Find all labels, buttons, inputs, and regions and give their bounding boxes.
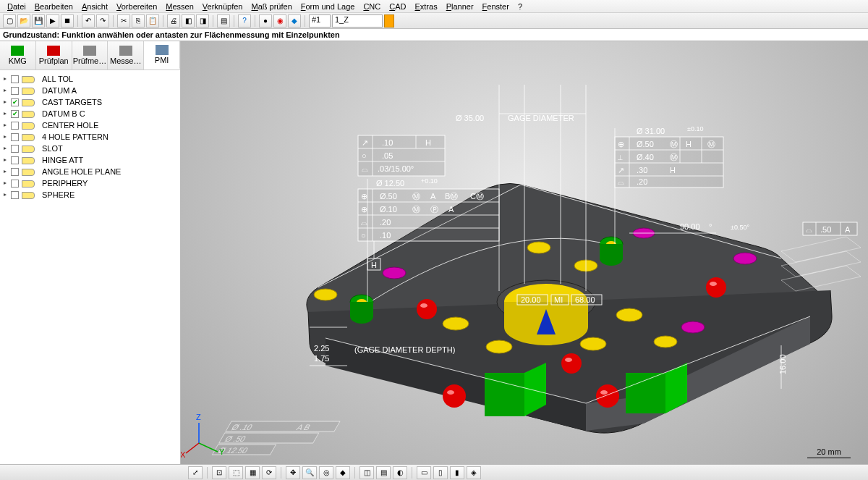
side-tab-messe[interactable]: Messe… bbox=[108, 41, 144, 70]
expander-icon[interactable]: ▸ bbox=[1, 122, 8, 129]
view-probe[interactable]: ◆ bbox=[336, 466, 350, 479]
view-cube[interactable]: ▦ bbox=[245, 466, 260, 479]
checkbox[interactable] bbox=[11, 133, 19, 141]
tb-elem1[interactable]: ◧ bbox=[182, 14, 195, 28]
view-zoom-window[interactable]: ⤢ bbox=[188, 466, 203, 479]
svg-text:Ⓜ: Ⓜ bbox=[670, 140, 678, 148]
tb-finish[interactable]: ⏹ bbox=[61, 14, 74, 28]
tb-probe[interactable]: ● bbox=[259, 14, 272, 28]
menu-bearbeiten[interactable]: Bearbeiten bbox=[30, 1, 77, 12]
svg-text:⌓: ⌓ bbox=[618, 177, 624, 186]
expander-icon[interactable]: ▸ bbox=[1, 180, 8, 187]
tree-row[interactable]: ▸DATUM A bbox=[0, 85, 180, 96]
menu-extras[interactable]: Extras bbox=[410, 1, 441, 12]
checkbox[interactable] bbox=[11, 75, 19, 83]
tab-icon bbox=[119, 46, 132, 56]
tb-cut[interactable]: ✂ bbox=[117, 14, 130, 28]
menu-maß prüfen[interactable]: Maß prüfen bbox=[247, 1, 297, 12]
expander-icon[interactable]: ▸ bbox=[1, 99, 8, 106]
expander-icon[interactable]: ▸ bbox=[1, 76, 8, 83]
tree-row[interactable]: ▸PERIPHERY bbox=[0, 177, 180, 189]
checkbox[interactable] bbox=[11, 191, 19, 199]
menu-planner[interactable]: Planner bbox=[442, 1, 478, 12]
svg-text:⌓: ⌓ bbox=[361, 218, 367, 227]
view-zoom[interactable]: 🔍 bbox=[302, 466, 317, 479]
svg-text:MI: MI bbox=[554, 295, 563, 304]
tree-row[interactable]: ▸4 HOLE PATTERN bbox=[0, 131, 180, 143]
expander-icon[interactable]: ▸ bbox=[1, 169, 8, 175]
tb-new[interactable]: ▢ bbox=[3, 14, 16, 28]
tb-elem2[interactable]: ◨ bbox=[196, 14, 209, 28]
view-layers[interactable]: ▤ bbox=[376, 466, 391, 479]
tb-undo[interactable]: ↶ bbox=[82, 14, 95, 28]
tb-report[interactable]: ▤ bbox=[217, 14, 230, 28]
checkbox[interactable] bbox=[11, 122, 19, 130]
menu-fenster[interactable]: Fenster bbox=[478, 1, 514, 12]
checkbox[interactable]: ✔ bbox=[11, 98, 19, 106]
tb-paste[interactable]: 📋 bbox=[146, 14, 159, 28]
menu-verknüpfen[interactable]: Verknüpfen bbox=[198, 1, 247, 12]
view-front[interactable]: ▯ bbox=[433, 466, 448, 479]
tree-row[interactable]: ▸✔DATUM B C bbox=[0, 108, 180, 119]
menu-cnc[interactable]: CNC bbox=[359, 1, 385, 12]
svg-point-17 bbox=[733, 253, 757, 264]
tree-row[interactable]: ▸SLOT bbox=[0, 143, 180, 154]
coord-dropdown[interactable] bbox=[384, 14, 394, 28]
menu-?[interactable]: ? bbox=[514, 1, 527, 12]
view-persp[interactable]: ◈ bbox=[467, 466, 481, 479]
menu-messen[interactable]: Messen bbox=[161, 1, 198, 12]
expander-icon[interactable]: ▸ bbox=[1, 111, 8, 117]
view-iso[interactable]: ⬚ bbox=[229, 466, 243, 479]
tb-help[interactable]: ? bbox=[238, 14, 251, 28]
tb-save[interactable]: 💾 bbox=[32, 14, 45, 28]
expander-icon[interactable]: ▸ bbox=[1, 146, 8, 152]
coord-name-field[interactable]: 1_Z bbox=[332, 14, 383, 28]
side-tab-kmg[interactable]: KMG bbox=[0, 41, 36, 70]
view-toolbar: ⤢ ⊡ ⬚ ▦ ⟳ ✥ 🔍 ◎ ◆ ◫ ▤ ◐ ▭ ▯ ▮ ◈ bbox=[0, 464, 868, 480]
expander-icon[interactable]: ▸ bbox=[1, 157, 8, 164]
view-shade[interactable]: ◐ bbox=[393, 466, 407, 479]
tb-open[interactable]: 📂 bbox=[17, 14, 30, 28]
tree-row[interactable]: ▸HINGE ATT bbox=[0, 154, 180, 166]
tree-row[interactable]: ▸ANGLE HOLE PLANE bbox=[0, 166, 180, 177]
checkbox[interactable] bbox=[11, 168, 19, 176]
view-orbit[interactable]: ◎ bbox=[319, 466, 333, 479]
menu-datei[interactable]: Datei bbox=[3, 1, 30, 12]
tree-row[interactable]: ▸ALL TOL bbox=[0, 73, 180, 85]
view-section[interactable]: ◫ bbox=[359, 466, 374, 479]
tb-run[interactable]: ▶ bbox=[46, 14, 59, 28]
view-rotate[interactable]: ⟳ bbox=[262, 466, 276, 479]
expander-icon[interactable]: ▸ bbox=[1, 192, 8, 198]
view-pan[interactable]: ✥ bbox=[286, 466, 300, 479]
side-tab-pmi[interactable]: PMI bbox=[144, 41, 180, 70]
checkbox[interactable] bbox=[11, 145, 19, 153]
checkbox[interactable] bbox=[11, 180, 19, 188]
view-flag-icon bbox=[22, 179, 39, 188]
checkbox[interactable] bbox=[11, 156, 19, 164]
tree-row[interactable]: ▸✔CAST TARGETS bbox=[0, 96, 180, 108]
checkbox[interactable]: ✔ bbox=[11, 110, 19, 118]
coord-id-field[interactable]: #1 bbox=[309, 14, 331, 28]
expander-icon[interactable]: ▸ bbox=[1, 134, 8, 140]
tb-probe3[interactable]: ◆ bbox=[288, 14, 301, 28]
side-tab-prfme[interactable]: Prüfme… bbox=[72, 41, 109, 70]
menu-ansicht[interactable]: Ansicht bbox=[77, 1, 112, 12]
view-right[interactable]: ▮ bbox=[450, 466, 464, 479]
menu-vorbereiten[interactable]: Vorbereiten bbox=[112, 1, 161, 12]
svg-point-9 bbox=[616, 308, 642, 321]
expander-icon[interactable]: ▸ bbox=[1, 88, 8, 94]
checkbox[interactable] bbox=[11, 87, 19, 95]
side-tab-prfplan[interactable]: Prüfplan bbox=[36, 41, 72, 70]
tb-redo[interactable]: ↷ bbox=[96, 14, 109, 28]
tb-copy[interactable]: ⎘ bbox=[132, 14, 145, 28]
tree-row[interactable]: ▸SPHERE bbox=[0, 189, 180, 201]
view-top[interactable]: ▭ bbox=[417, 466, 431, 479]
tree-row[interactable]: ▸CENTER HOLE bbox=[0, 119, 180, 131]
svg-text:.20: .20 bbox=[637, 177, 647, 186]
tb-probe2[interactable]: ◉ bbox=[273, 14, 286, 28]
menu-form und lage[interactable]: Form und Lage bbox=[297, 1, 359, 12]
cad-viewport[interactable]: Ø 35.00 GAGE DIAMETER ↗ .10 H ○ .05 ⌓ .0… bbox=[181, 41, 868, 464]
tb-print[interactable]: 🖨 bbox=[167, 14, 180, 28]
view-fit[interactable]: ⊡ bbox=[212, 466, 226, 479]
menu-cad[interactable]: CAD bbox=[385, 1, 410, 12]
